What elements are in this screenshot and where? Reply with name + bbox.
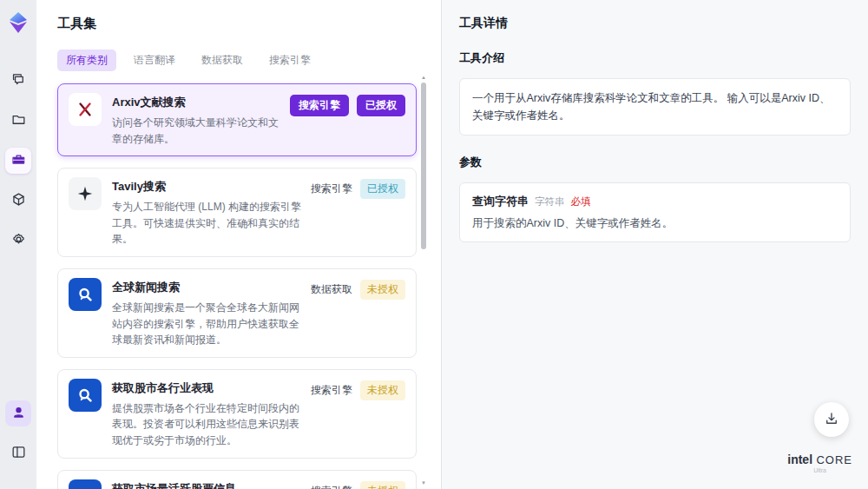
sidebar: [0, 0, 36, 489]
tool-title: Tavily搜索: [112, 179, 304, 195]
param-required-badge: 必填: [571, 195, 591, 208]
intel-core-logo: intel core Ultra: [787, 453, 852, 473]
tool-card[interactable]: Arxiv文献搜索 访问各个研究领域大量科学论文和文章的存储库。 搜索引擎 已授…: [57, 83, 417, 156]
tool-card[interactable]: Tavily搜索 专为人工智能代理 (LLM) 构建的搜索引擎工具。可快速提供实…: [57, 168, 417, 257]
detail-title: 工具详情: [459, 16, 851, 31]
sidebar-item-files[interactable]: [5, 108, 31, 134]
category-tab[interactable]: 搜索引擎: [260, 50, 319, 71]
sidebar-item-tools[interactable]: [5, 148, 31, 174]
intro-heading: 工具介绍: [459, 50, 851, 66]
tool-auth-badge[interactable]: 未授权: [360, 280, 405, 300]
page-title: 工具集: [57, 16, 441, 32]
intro-text: 一个用于从Arxiv存储库搜索科学论文和文章的工具。 输入可以是Arxiv ID…: [472, 89, 838, 124]
tool-category-tag[interactable]: 搜索引擎: [311, 383, 352, 398]
sidebar-item-account[interactable]: [5, 400, 31, 426]
scroll-up-arrow[interactable]: ▲: [421, 75, 426, 80]
params-heading: 参数: [459, 155, 851, 170]
tool-icon: [69, 379, 102, 412]
tool-title: 获取市场最活跃股票信息: [112, 481, 304, 489]
tool-auth-badge[interactable]: 未授权: [360, 380, 405, 400]
intel-core-sub: Ultra: [787, 467, 852, 473]
panel-layout-icon: [10, 444, 27, 464]
tool-detail-panel: 工具详情 工具介绍 一个用于从Arxiv存储库搜索科学论文和文章的工具。 输入可…: [441, 0, 868, 489]
scrollbar-thumb[interactable]: [421, 83, 426, 249]
tool-title: 全球新闻搜索: [112, 280, 304, 295]
list-scrollbar: ▲ ▼: [420, 75, 427, 486]
param-type: 字符串: [535, 195, 565, 208]
arxiv-icon: [76, 100, 95, 119]
tool-icon: [69, 479, 102, 489]
tool-category-tag[interactable]: 搜索引擎: [311, 484, 352, 489]
download-button[interactable]: [814, 402, 849, 437]
tool-icon: [69, 278, 102, 311]
tool-description: 专为人工智能代理 (LLM) 构建的搜索引擎工具。可快速提供实时、准确和真实的结…: [112, 199, 304, 248]
download-icon: [824, 411, 839, 429]
tavily-star-icon: [76, 184, 95, 203]
scroll-down-arrow[interactable]: ▼: [421, 480, 426, 486]
category-tabs: 所有类别 语言翻译 数据获取 搜索引擎: [57, 50, 441, 71]
param-box: 查询字符串 字符串 必填 用于搜索的Arxiv ID、关键字或作者姓名。: [459, 182, 851, 242]
tool-category-tag[interactable]: 搜索引擎: [311, 182, 352, 196]
sidebar-item-collapse[interactable]: [5, 440, 31, 466]
tool-category-tag[interactable]: 搜索引擎: [290, 95, 349, 116]
param-name: 查询字符串: [472, 194, 529, 209]
intro-box: 一个用于从Arxiv存储库搜索科学论文和文章的工具。 输入可以是Arxiv ID…: [459, 78, 851, 135]
tab-label: 数据获取: [201, 54, 243, 66]
search-bubble-icon: [76, 386, 95, 405]
user-icon: [10, 404, 27, 424]
folder-icon: [10, 111, 27, 131]
tool-card[interactable]: 全球新闻搜索 全球新闻搜索是一个聚合全球各大新闻网站内容的搜索引擎，帮助用户快速…: [57, 268, 417, 358]
tool-title: 获取股市各行业表现: [112, 380, 304, 396]
gear-icon: [10, 231, 27, 251]
tool-auth-badge[interactable]: 已授权: [360, 179, 405, 199]
tool-card[interactable]: 获取市场最活跃股票信息 提供当天交易量最高的股票列表。投资者可以利用这些信息来识…: [57, 470, 417, 489]
sidebar-item-chat[interactable]: [5, 68, 31, 94]
tool-icon: [69, 177, 102, 210]
chat-icon: [10, 71, 27, 91]
tool-auth-badge[interactable]: 已授权: [357, 95, 405, 116]
tool-card[interactable]: 获取股市各行业表现 提供股票市场各个行业在特定时间段内的表现。投资者可以利用这些…: [57, 369, 417, 459]
tool-description: 全球新闻搜索是一个聚合全球各大新闻网站内容的搜索引擎，帮助用户快速获取全球最新资…: [112, 300, 304, 348]
sidebar-item-packages[interactable]: [5, 188, 31, 214]
tab-label: 所有类别: [66, 54, 108, 66]
search-bubble-icon: [76, 486, 95, 489]
tool-list-panel: 工具集 所有类别 语言翻译 数据获取 搜索引擎: [36, 0, 441, 489]
tool-description: 提供股票市场各个行业在特定时间段内的表现。投资者可以利用这些信息来识别表现优于或…: [112, 400, 304, 449]
tool-icon: [69, 93, 102, 126]
tool-list: Arxiv文献搜索 访问各个研究领域大量科学论文和文章的存储库。 搜索引擎 已授…: [57, 83, 417, 489]
category-tab[interactable]: 数据获取: [193, 50, 252, 71]
param-description: 用于搜索的Arxiv ID、关键字或作者姓名。: [472, 216, 838, 231]
cube-icon: [10, 191, 27, 211]
tab-label: 语言翻译: [134, 54, 175, 66]
tool-category-tag[interactable]: 数据获取: [311, 282, 352, 297]
sidebar-item-settings[interactable]: [5, 228, 31, 254]
tool-auth-badge[interactable]: 未授权: [360, 481, 405, 489]
tool-description: 访问各个研究领域大量科学论文和文章的存储库。: [112, 115, 283, 147]
search-bubble-icon: [76, 285, 95, 304]
app-window: 工具集 所有类别 语言翻译 数据获取 搜索引擎: [0, 0, 868, 489]
briefcase-icon: [10, 151, 27, 171]
tab-label: 搜索引擎: [269, 54, 311, 66]
category-tab[interactable]: 所有类别: [57, 50, 116, 71]
category-tab[interactable]: 语言翻译: [125, 50, 184, 71]
app-logo-icon: [6, 10, 30, 35]
tool-title: Arxiv文献搜索: [112, 95, 283, 110]
